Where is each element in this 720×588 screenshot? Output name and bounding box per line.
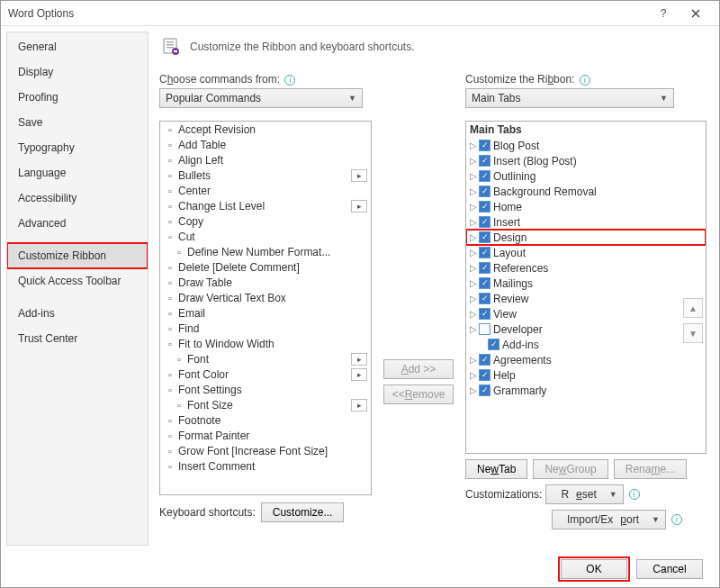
checkbox[interactable]: ✓ xyxy=(488,339,500,350)
new-tab-button[interactable]: New Tab xyxy=(465,459,527,479)
checkbox[interactable]: ✓ xyxy=(479,140,490,151)
commands-from-dropdown[interactable]: Popular Commands ▼ xyxy=(159,88,363,108)
tree-row[interactable]: ▷✓Layout xyxy=(466,245,706,260)
customize-shortcuts-button[interactable]: Customize... xyxy=(261,502,345,522)
checkbox[interactable]: ✓ xyxy=(479,155,490,167)
sidebar-item-language[interactable]: Language xyxy=(7,160,148,185)
commands-listbox[interactable]: ▫Accept Revision▫Add Table▫Align Left▫Bu… xyxy=(159,121,372,495)
sidebar-item-customize-ribbon[interactable]: Customize Ribbon xyxy=(7,243,148,268)
info-icon[interactable]: i xyxy=(629,489,640,500)
expander-icon[interactable]: ▷ xyxy=(468,248,479,258)
command-item[interactable]: ▫Center xyxy=(160,183,371,198)
tree-row[interactable]: ▷✓Agreements xyxy=(466,352,706,367)
command-item[interactable]: ▫Font Color▸ xyxy=(160,366,371,382)
sidebar-item-typography[interactable]: Typography xyxy=(7,135,148,160)
expander-icon[interactable]: ▷ xyxy=(468,186,479,196)
checkbox[interactable]: ✓ xyxy=(479,216,490,228)
customize-ribbon-dropdown[interactable]: Main Tabs ▼ xyxy=(465,88,674,108)
checkbox[interactable]: ✓ xyxy=(479,354,490,366)
expander-icon[interactable]: ▷ xyxy=(468,217,479,227)
import-export-button[interactable]: Import/Export ▼ xyxy=(552,510,666,529)
tree-row[interactable]: ▷✓Grammarly xyxy=(466,383,706,398)
tabs-tree[interactable]: Main Tabs▷✓Blog Post▷✓Insert (Blog Post)… xyxy=(465,121,706,454)
expander-icon[interactable]: ▷ xyxy=(468,309,479,319)
tree-row[interactable]: ▷✓Home xyxy=(466,199,706,214)
sidebar-item-proofing[interactable]: Proofing xyxy=(7,85,148,110)
command-item[interactable]: ▫Bullets▸ xyxy=(160,167,371,183)
tree-row[interactable]: ▷✓View xyxy=(466,306,706,321)
command-item[interactable]: ▫Email xyxy=(160,305,371,321)
expander-icon[interactable]: ▷ xyxy=(468,140,479,150)
expander-icon[interactable]: ▷ xyxy=(468,385,479,395)
move-down-button[interactable]: ▼ xyxy=(683,323,703,343)
tree-row[interactable]: ▷✓Mailings xyxy=(466,276,706,291)
command-item[interactable]: ▫Font Settings xyxy=(160,382,371,397)
checkbox[interactable]: ✓ xyxy=(479,277,490,289)
move-up-button[interactable]: ▲ xyxy=(683,298,703,318)
expander-icon[interactable]: ▷ xyxy=(468,278,479,288)
command-item[interactable]: ▫Find xyxy=(160,321,371,336)
tree-row[interactable]: ▷Developer xyxy=(466,321,706,337)
command-item[interactable]: ▫Footnote xyxy=(160,412,371,428)
checkbox[interactable]: ✓ xyxy=(479,231,490,243)
tree-row[interactable]: ▷✓Outlining xyxy=(466,168,706,184)
command-item[interactable]: ▫Change List Level▸ xyxy=(160,198,371,213)
expander-icon[interactable]: ▷ xyxy=(468,232,479,242)
sidebar-item-trust-center[interactable]: Trust Center xyxy=(7,326,148,351)
command-item[interactable]: ▫Format Painter xyxy=(160,428,371,443)
sidebar-item-general[interactable]: General xyxy=(7,34,148,59)
help-button[interactable]: ? xyxy=(647,3,680,24)
add-button[interactable]: Add >> xyxy=(383,359,454,379)
checkbox[interactable] xyxy=(479,323,490,335)
checkbox[interactable]: ✓ xyxy=(479,262,490,274)
tree-row[interactable]: ▷✓Insert xyxy=(466,214,706,230)
tree-row[interactable]: ▷✓Insert (Blog Post) xyxy=(466,153,706,168)
command-item[interactable]: ▫Cut xyxy=(160,229,371,244)
sidebar-item-display[interactable]: Display xyxy=(7,59,148,85)
checkbox[interactable]: ✓ xyxy=(479,293,490,304)
command-item[interactable]: ▫Fit to Window Width xyxy=(160,336,371,351)
tree-row[interactable]: ✓Add-ins xyxy=(466,337,706,352)
tree-row[interactable]: ▷✓Review xyxy=(466,291,706,306)
expander-icon[interactable]: ▷ xyxy=(468,324,479,334)
command-item[interactable]: ▫Delete [Delete Comment] xyxy=(160,259,371,275)
ok-button[interactable]: OK xyxy=(561,559,627,579)
expander-icon[interactable]: ▷ xyxy=(468,263,479,273)
remove-button[interactable]: << Remove xyxy=(383,384,454,404)
command-item[interactable]: ▫Insert Comment xyxy=(160,458,371,474)
checkbox[interactable]: ✓ xyxy=(479,185,490,197)
new-group-button[interactable]: New Group xyxy=(533,459,608,479)
tree-row[interactable]: ▷✓Design xyxy=(466,230,706,245)
tree-row[interactable]: ▷✓References xyxy=(466,260,706,276)
info-icon[interactable]: i xyxy=(284,75,295,86)
command-item[interactable]: ▫Draw Vertical Text Box xyxy=(160,290,371,305)
checkbox[interactable]: ✓ xyxy=(479,384,490,396)
command-item[interactable]: ▫Add Table xyxy=(160,137,371,152)
tree-row[interactable]: ▷✓Help xyxy=(466,367,706,383)
rename-button[interactable]: Rename... xyxy=(614,459,687,479)
info-icon[interactable]: i xyxy=(580,75,590,86)
command-item[interactable]: ▫Copy xyxy=(160,213,371,229)
expander-icon[interactable]: ▷ xyxy=(468,294,479,303)
sidebar-item-quick-access-toolbar[interactable]: Quick Access Toolbar xyxy=(7,268,148,294)
sidebar-item-accessibility[interactable]: Accessibility xyxy=(7,185,148,211)
expander-icon[interactable]: ▷ xyxy=(468,156,479,166)
command-item[interactable]: ▫Draw Table xyxy=(160,275,371,290)
tree-row[interactable]: ▷✓Blog Post xyxy=(466,138,706,153)
checkbox[interactable]: ✓ xyxy=(479,247,490,258)
checkbox[interactable]: ✓ xyxy=(479,170,490,182)
close-button[interactable] xyxy=(680,3,712,24)
command-item[interactable]: ▫Accept Revision xyxy=(160,122,371,137)
command-item[interactable]: ▫Align Left xyxy=(160,152,371,167)
expander-icon[interactable]: ▷ xyxy=(468,355,479,365)
sidebar-item-add-ins[interactable]: Add-ins xyxy=(7,301,148,326)
expander-icon[interactable]: ▷ xyxy=(468,202,479,212)
info-icon[interactable]: i xyxy=(671,514,682,525)
command-item[interactable]: ▫Font▸ xyxy=(160,351,371,366)
expander-icon[interactable]: ▷ xyxy=(468,171,479,181)
expander-icon[interactable]: ▷ xyxy=(468,370,479,380)
checkbox[interactable]: ✓ xyxy=(479,308,490,320)
checkbox[interactable]: ✓ xyxy=(479,369,490,381)
tree-row[interactable]: ▷✓Background Removal xyxy=(466,184,706,199)
command-item[interactable]: ▫Font Size▸ xyxy=(160,397,371,412)
